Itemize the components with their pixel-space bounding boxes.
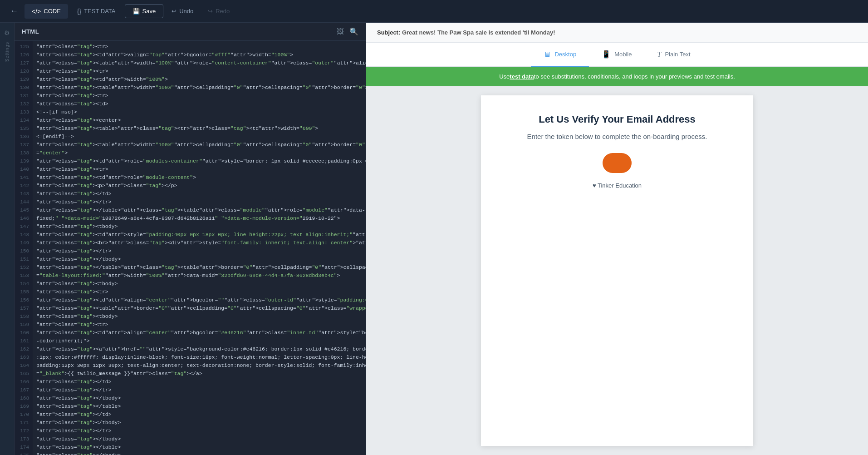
code-line: "attr">class="tag"><tr> xyxy=(36,288,366,296)
code-lines: 1251261271281291301311321331341351361371… xyxy=(15,41,366,455)
code-line: "attr">class="tag"><p>"attr">class="tag"… xyxy=(36,182,366,190)
code-line: "attr">class="tag"></td> xyxy=(36,410,366,419)
code-line: "attr">class="tag"><tbody> xyxy=(36,280,366,288)
code-line: <![endif]--> xyxy=(36,133,366,141)
line-number: 129 xyxy=(15,75,33,84)
settings-label: Settings xyxy=(5,42,10,62)
line-number: 161 xyxy=(15,337,33,345)
back-button[interactable]: ← xyxy=(5,4,23,19)
redo-button[interactable]: ↪ Redo xyxy=(201,5,236,18)
line-number: 132 xyxy=(15,100,33,108)
line-number: 167 xyxy=(15,386,33,394)
code-line: "attr">class="tag"><center> xyxy=(36,116,366,124)
line-number: 135 xyxy=(15,124,33,133)
code-line: "attr">class="tag"><tr> xyxy=(36,92,366,100)
email-footer: ♥ Tinker Education xyxy=(492,182,742,189)
line-number: 155 xyxy=(15,288,33,296)
line-number: 172 xyxy=(15,427,33,435)
email-preview[interactable]: Let Us Verify Your Email Address Enter t… xyxy=(366,86,868,455)
line-number: 142 xyxy=(15,182,33,190)
line-number: 169 xyxy=(15,402,33,410)
code-editor[interactable]: 1251261271281291301311321331341351361371… xyxy=(15,41,366,455)
email-verify-button[interactable] xyxy=(603,153,632,173)
undo-label: Undo xyxy=(179,8,193,15)
code-line: "attr">class="tag"></tr> xyxy=(36,427,366,435)
line-number: 147 xyxy=(15,223,33,231)
tab-plain-text-label: Plain Text xyxy=(665,51,690,58)
line-number: 131 xyxy=(15,92,33,100)
code-line: "attr">class="tag"><tr> xyxy=(36,165,366,173)
code-line: "attr">class="tag"><td "attr">width="100… xyxy=(36,75,366,84)
redo-icon: ↪ xyxy=(208,8,213,15)
line-number: 134 xyxy=(15,116,33,124)
code-line: "attr">class="tag"></td> xyxy=(36,378,366,386)
save-label: Save xyxy=(142,8,156,15)
code-line: "attr">class="tag"><a "attr">href="" "at… xyxy=(36,345,366,353)
line-number: 143 xyxy=(15,190,33,198)
code-line: "attr">class="tag"></tbody> xyxy=(36,451,366,455)
preview-subject: Subject: Great news! The Paw Spa sale is… xyxy=(366,23,868,43)
line-number: 127 xyxy=(15,59,33,67)
code-line: "attr">class="tag"><tbody> xyxy=(36,223,366,231)
line-number: 163 xyxy=(15,353,33,361)
code-line: "attr">class="tag"></tbody> xyxy=(36,435,366,443)
tab-desktop[interactable]: 🖥 Desktop xyxy=(531,43,589,67)
line-number: 126 xyxy=(15,51,33,59)
tab-code[interactable]: </> CODE xyxy=(25,4,68,19)
line-number: 144 xyxy=(15,198,33,206)
gear-icon[interactable]: ⚙ xyxy=(2,27,12,38)
line-number: 160 xyxy=(15,329,33,337)
code-line: "attr">class="tag"></tbody> xyxy=(36,419,366,427)
line-number: 145 xyxy=(15,206,33,214)
line-number: 153 xyxy=(15,272,33,280)
save-icon: 💾 xyxy=(132,8,140,15)
code-line: <!--[if mso]> xyxy=(36,108,366,116)
code-content[interactable]: "attr">class="tag"><tr> "attr">class="ta… xyxy=(33,41,366,455)
code-line: "attr">class="tag"></tbody> xyxy=(36,394,366,402)
line-number: 174 xyxy=(15,443,33,451)
code-line: "attr">class="tag"><table "attr">width="… xyxy=(36,84,366,92)
image-icon[interactable]: 🖼 xyxy=(337,28,344,36)
line-number: 152 xyxy=(15,263,33,272)
line-number: 175 xyxy=(15,451,33,455)
code-line: "attr">class="tag"></tbody> xyxy=(36,255,366,263)
tab-mobile-label: Mobile xyxy=(614,51,632,58)
code-line: :1px; color:#ffffff; display:inline-bloc… xyxy=(36,353,366,361)
email-subtitle: Enter the token below to complete the on… xyxy=(492,133,742,140)
code-line: "attr">class="tag"></table>"attr">class=… xyxy=(36,263,366,272)
notif-suffix: to see substitutions, conditionals, and … xyxy=(534,73,735,80)
tab-desktop-label: Desktop xyxy=(554,51,576,58)
code-line: "attr">class="tag"></table> xyxy=(36,443,366,451)
code-line: "attr">class="tag"><td "attr">align="cen… xyxy=(36,296,366,304)
code-line: "attr">class="tag"><tbody> xyxy=(36,312,366,321)
code-line: "attr">class="tag"><br>"attr">class="tag… xyxy=(36,239,366,247)
code-line: "attr">class="tag"><tr> xyxy=(36,43,366,51)
tab-mobile[interactable]: 📱 Mobile xyxy=(589,43,644,67)
code-line: "attr">class="tag"></tr> xyxy=(36,247,366,255)
subject-text: Great news! The Paw Spa sale is extended… xyxy=(402,29,555,36)
code-line: "attr">class="tag"></table>"attr">class=… xyxy=(36,206,366,214)
line-number: 156 xyxy=(15,296,33,304)
line-number: 159 xyxy=(15,321,33,329)
line-number: 130 xyxy=(15,84,33,92)
notif-link[interactable]: test data xyxy=(510,73,534,80)
line-number: 150 xyxy=(15,247,33,255)
line-number: 125 xyxy=(15,43,33,51)
line-number: 157 xyxy=(15,304,33,312)
line-number: 166 xyxy=(15,378,33,386)
line-number: 136 xyxy=(15,133,33,141)
code-icon: </> xyxy=(32,8,41,15)
undo-button[interactable]: ↩ Undo xyxy=(165,5,200,18)
main-content: ⚙ Settings HTML 🖼 🔍 12512612712812913013… xyxy=(0,23,868,455)
save-button[interactable]: 💾 Save xyxy=(125,4,164,18)
tab-plain-text[interactable]: T Plain Text xyxy=(644,43,703,67)
tab-test-data-label: TEST DATA xyxy=(84,8,115,15)
subject-label: Subject: xyxy=(377,29,400,36)
line-number: 137 xyxy=(15,141,33,149)
email-container: Let Us Verify Your Email Address Enter t… xyxy=(481,95,753,446)
tab-test-data[interactable]: {} TEST DATA xyxy=(70,4,123,19)
line-number: 140 xyxy=(15,165,33,173)
code-line: "attr">class="tag"><tr> xyxy=(36,67,366,75)
code-line: "attr">class="tag"><table "attr">border=… xyxy=(36,304,366,312)
search-icon[interactable]: 🔍 xyxy=(349,27,358,36)
